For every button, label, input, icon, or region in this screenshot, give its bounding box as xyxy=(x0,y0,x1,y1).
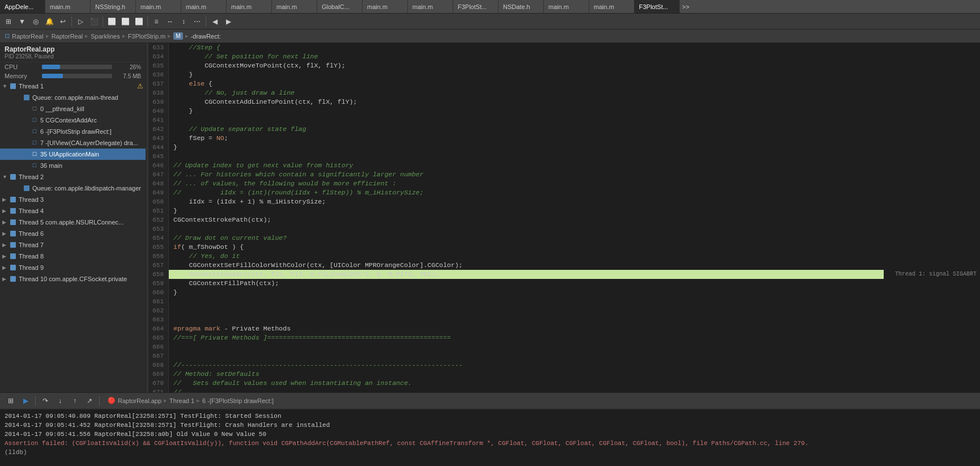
thread-1-frame-35[interactable]: ☐ 35 UIApplicationMain xyxy=(0,149,146,160)
tab-main-3[interactable]: main.m xyxy=(181,0,227,13)
tab-main-2[interactable]: main.m xyxy=(136,0,181,13)
tab-nsstring[interactable]: NSString.h xyxy=(91,0,136,13)
thread-1-frame-36[interactable]: ☐ 36 main xyxy=(0,160,146,171)
tab-nsdate[interactable]: NSDate.h xyxy=(498,0,544,13)
thread-4-icon xyxy=(9,207,17,215)
toolbar-btn-2[interactable]: ▼ xyxy=(16,15,28,28)
tab-f3plotst-1[interactable]: F3PlotSt... xyxy=(453,0,498,13)
console-area[interactable]: 2014-01-17 09:05:40.809 RaptorReal[23258… xyxy=(0,408,980,466)
t1f7-name: 7 -[UIView(CALayerDelegate) dra... xyxy=(40,139,143,146)
line-number: 659 xyxy=(148,279,169,288)
line-number: 636 xyxy=(148,70,169,79)
bc-raptor-1[interactable]: RaptorReal xyxy=(12,33,44,40)
line-number: 652 xyxy=(148,215,169,224)
toolbar-next[interactable]: ▶ xyxy=(222,15,235,28)
code-area[interactable]: 633 //Step {634 // Set position for next… xyxy=(148,43,980,392)
line-number: 647 xyxy=(148,170,169,179)
toolbar-run[interactable]: ▷ xyxy=(74,15,87,28)
tab-main-4[interactable]: main.m xyxy=(227,0,272,13)
thread-2-queue[interactable]: Queue: com.apple.libdispatch-manager xyxy=(0,183,146,194)
toolbar-step-in[interactable]: ⬜ xyxy=(119,15,131,28)
thread-9-item[interactable]: ▶ Thread 9 xyxy=(0,262,146,273)
tab-overflow[interactable]: >> xyxy=(680,0,692,13)
thread-1-frame-7[interactable]: ☐ 7 -[UIView(CALayerDelegate) dra... xyxy=(0,137,146,149)
thread-1-expand: ▼ xyxy=(2,83,8,89)
dbg-btn-play[interactable]: ▶ xyxy=(19,395,32,407)
tab-main-7[interactable]: main.m xyxy=(408,0,453,13)
thread-1-frame-5[interactable]: ☐ 5 CGContextAddArc xyxy=(0,115,146,126)
line-number: 656 xyxy=(148,252,169,261)
tab-main-8[interactable]: main.m xyxy=(544,0,589,13)
line-number: 667 xyxy=(148,351,169,361)
thread-2-icon xyxy=(9,173,17,181)
thread-5-item[interactable]: ▶ Thread 5 com.apple.NSURLConnec... xyxy=(0,217,146,228)
dbg-bc-sep1: ▸ xyxy=(164,397,167,404)
line-content: CGContextFillPath(ctx); xyxy=(169,279,980,288)
bc-method[interactable]: -drawRect: xyxy=(191,33,221,40)
bc-sparklines[interactable]: Sparklines xyxy=(91,33,120,40)
line-number: 665 xyxy=(148,333,169,342)
t1f35-icon: ☐ xyxy=(31,150,39,158)
toolbar-sep-1 xyxy=(71,16,72,27)
dbg-sep-1 xyxy=(35,396,36,405)
debug-breadcrumb: 🔴 RaptorReal.app ▸ Thread 1 ▸ 6 -[F3Plot… xyxy=(108,397,975,404)
toolbar-layout-2[interactable]: ↔ xyxy=(164,15,176,28)
tab-main-5[interactable]: main.m xyxy=(272,0,317,13)
line-number: 661 xyxy=(148,297,169,306)
toolbar-layout-3[interactable]: ↕ xyxy=(177,15,190,28)
toolbar-layout-4[interactable]: ⋯ xyxy=(191,15,203,28)
bc-file[interactable]: F3PlotStrip.m xyxy=(128,33,166,40)
dbg-btn-step-out[interactable]: ↑ xyxy=(69,395,81,407)
code-line-634: 634 // Set position for next line xyxy=(148,52,980,61)
line-content: // Method: setDefaults xyxy=(169,370,980,379)
line-content: // Draw dot on current value? xyxy=(169,234,980,243)
thread-3-item[interactable]: ▶ Thread 3 xyxy=(0,194,146,205)
bc-raptor-2[interactable]: RaptorReal xyxy=(52,33,83,40)
thread-4-item[interactable]: ▶ Thread 4 xyxy=(0,205,146,217)
thread-1-queue[interactable]: Queue: com.apple.main-thread xyxy=(0,92,146,103)
line-content: //===[ Private Methods ]================… xyxy=(169,333,980,342)
thread-7-item[interactable]: ▶ Thread 7 xyxy=(0,239,146,251)
thread-10-item[interactable]: ▶ Thread 10 com.apple.CFSocket.private xyxy=(0,273,146,285)
code-line-637: 637 else { xyxy=(148,79,980,88)
thread-8-item[interactable]: ▶ Thread 8 xyxy=(0,251,146,262)
line-content: //Step { xyxy=(169,43,980,52)
code-line-657: 657 CGContextSetFillColorWithColor(ctx, … xyxy=(148,261,980,270)
toolbar: ⊞ ▼ ◎ 🔔 ↩ ▷ ⬛ ⬜ ⬜ ⬜ ≡ ↔ ↕ ⋯ ◀ ▶ xyxy=(0,14,980,29)
thread-2-item[interactable]: ▼ Thread 2 xyxy=(0,171,146,183)
line-number: 664 xyxy=(148,324,169,333)
line-content xyxy=(169,315,980,324)
dbg-btn-toggle[interactable]: ⊞ xyxy=(5,395,17,407)
tab-globalc[interactable]: GlobalC... xyxy=(317,0,363,13)
toolbar-stop[interactable]: ⬛ xyxy=(88,15,100,28)
toolbar-btn-5[interactable]: ↩ xyxy=(57,15,69,28)
thread-1-item[interactable]: ▼ Thread 1 ⚠ xyxy=(0,81,146,92)
tab-f3plotst-2[interactable]: F3PlotSt... xyxy=(634,0,680,13)
line-number: 640 xyxy=(148,107,169,116)
tab-appdelete[interactable]: AppDele... xyxy=(0,0,45,13)
tab-main-1[interactable]: main.m xyxy=(45,0,91,13)
memory-bar-bg xyxy=(42,74,112,78)
line-content: // No, just draw a line xyxy=(169,88,980,98)
thread-1-frame-0[interactable]: ☐ 0 __pthread_kill xyxy=(0,103,146,115)
dbg-btn-continue[interactable]: ↗ xyxy=(83,395,96,407)
thread-2-name: Thread 2 xyxy=(19,173,143,180)
dbg-btn-step-over[interactable]: ↷ xyxy=(39,395,52,407)
tab-main-6[interactable]: main.m xyxy=(363,0,408,13)
toolbar-step-over[interactable]: ⬜ xyxy=(105,15,118,28)
toolbar-btn-3[interactable]: ◎ xyxy=(29,15,42,28)
line-content: } xyxy=(169,143,980,152)
toolbar-layout-1[interactable]: ≡ xyxy=(150,15,163,28)
toolbar-btn-4[interactable]: 🔔 xyxy=(43,15,56,28)
memory-metric: Memory 7.5 MB xyxy=(0,71,146,81)
dbg-btn-step-in[interactable]: ↓ xyxy=(54,395,66,407)
toolbar-prev[interactable]: ◀ xyxy=(208,15,221,28)
console-line: Assertion failed: (CGFloatIsValid(x) && … xyxy=(5,439,975,448)
line-number: 637 xyxy=(148,79,169,88)
thread-6-item[interactable]: ▶ Thread 6 xyxy=(0,228,146,239)
thread-1-frame-6[interactable]: ☐ 6 -[F3PlotStrip drawRect:] xyxy=(0,126,146,137)
code-line-655: 655if( m_fShowDot ) { xyxy=(148,243,980,252)
toolbar-step-out[interactable]: ⬜ xyxy=(133,15,145,28)
tab-main-9[interactable]: main.m xyxy=(589,0,634,13)
toolbar-toggle-left[interactable]: ⊞ xyxy=(2,15,15,28)
